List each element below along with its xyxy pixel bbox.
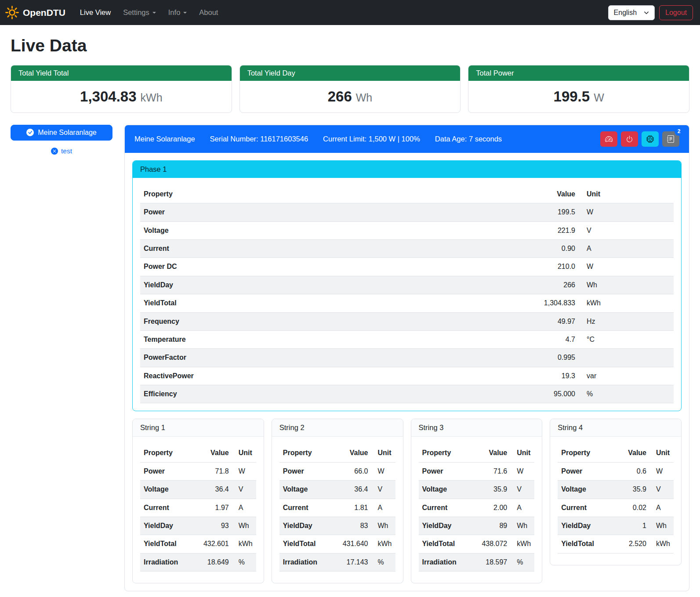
- value-cell: 17.143: [334, 553, 372, 571]
- table-head: Property Value Unit: [419, 444, 535, 462]
- sidebar-item-meine-solaranlage[interactable]: Meine Solaranlage: [11, 125, 112, 141]
- unit-cell: A: [372, 499, 395, 517]
- property-cell: Voltage: [140, 221, 527, 239]
- property-cell: Power: [558, 462, 612, 480]
- inverter-current-limit: Current Limit: 1,500 W | 100%: [323, 135, 420, 143]
- table-row: YieldTotal432.601kWh: [140, 535, 256, 553]
- value-cell: 221.9: [527, 221, 579, 239]
- value-cell: 71.8: [195, 462, 232, 480]
- value-cell: 0.90: [527, 239, 579, 257]
- property-cell: ReactivePower: [140, 367, 527, 385]
- unit-cell: kWh: [650, 535, 674, 553]
- unit-cell: Wh: [372, 517, 395, 535]
- strings-row: String 1 Property Value Unit: [132, 419, 682, 583]
- unit-cell: °C: [579, 330, 674, 348]
- check-circle-icon: [26, 129, 34, 136]
- device-info-button[interactable]: [642, 131, 659, 147]
- col-header-property: Property: [419, 444, 473, 462]
- cpu-icon: [646, 135, 654, 143]
- property-cell: YieldTotal: [140, 294, 527, 312]
- unit-cell: A: [650, 499, 674, 517]
- logout-button[interactable]: Logout: [659, 5, 693, 20]
- unit-cell: V: [650, 481, 674, 499]
- value-cell: 89: [473, 517, 511, 535]
- col-header-property: Property: [558, 444, 612, 462]
- brand-label: OpenDTU: [23, 7, 65, 18]
- value-cell: 83: [334, 517, 372, 535]
- unit-cell: Wh: [650, 517, 674, 535]
- value-cell: 35.9: [473, 481, 511, 499]
- nav-item-about[interactable]: About: [193, 5, 224, 20]
- col-header-value: Value: [527, 185, 579, 203]
- brand-link[interactable]: OpenDTU: [5, 6, 65, 19]
- sidebar-item-test[interactable]: test: [11, 147, 112, 155]
- unit-cell: A: [232, 499, 256, 517]
- table-head: Property Value Unit: [140, 444, 256, 462]
- sidebar-item-label: Meine Solaranlage: [38, 129, 96, 137]
- string-card-header: String 3: [411, 419, 542, 437]
- table-row: Voltage36.4V: [279, 481, 395, 499]
- chevron-down-icon: [183, 12, 187, 14]
- property-cell: YieldTotal: [140, 535, 195, 553]
- unit-cell: kWh: [232, 535, 256, 553]
- sun-logo-icon: [5, 6, 19, 19]
- value-cell: 18.597: [473, 553, 511, 571]
- table-header-row: Property Value Unit: [140, 185, 674, 203]
- card-body: 199.5W: [468, 81, 689, 112]
- string-table: Property Value Unit Power71.6WVoltage35.…: [419, 444, 535, 572]
- unit-cell: %: [372, 553, 395, 571]
- property-cell: Power: [279, 462, 334, 480]
- table-row: Irradiation17.143%: [279, 553, 395, 571]
- unit-cell: %: [511, 553, 534, 571]
- table-header-row: Property Value Unit: [140, 444, 256, 462]
- phase-table: Property Value Unit Power199.5WVoltage22…: [140, 185, 674, 404]
- property-cell: YieldTotal: [279, 535, 334, 553]
- nav-item-settings[interactable]: Settings: [117, 5, 162, 20]
- table-head: Property Value Unit: [558, 444, 674, 462]
- card-header: Total Yield Total: [11, 65, 232, 81]
- value-cell: 431.640: [334, 535, 372, 553]
- string-table: Property Value Unit Power66.0WVoltage36.…: [279, 444, 395, 572]
- power-control-button[interactable]: [621, 131, 638, 147]
- table-body: Power199.5WVoltage221.9VCurrent0.90APowe…: [140, 203, 674, 403]
- table-row: Voltage35.9V: [558, 481, 674, 499]
- nav-item-info[interactable]: Info: [163, 5, 193, 20]
- property-cell: Voltage: [419, 481, 473, 499]
- property-cell: YieldTotal: [558, 535, 612, 553]
- property-cell: Temperature: [140, 330, 527, 348]
- table-header-row: Property Value Unit: [279, 444, 395, 462]
- value-cell: 36.4: [195, 481, 232, 499]
- phase-card-body: Property Value Unit Power199.5WVoltage22…: [133, 178, 681, 411]
- table-header-row: Property Value Unit: [558, 444, 674, 462]
- card-body: 266Wh: [240, 81, 461, 112]
- table-row: Current1.97A: [140, 499, 256, 517]
- value-cell: 1: [612, 517, 650, 535]
- value-cell: 2.520: [612, 535, 650, 553]
- col-header-unit: Unit: [650, 444, 674, 462]
- string-card-body: Property Value Unit Power71.8WVoltage36.…: [133, 437, 264, 583]
- string-card-body: Property Value Unit Power66.0WVoltage36.…: [272, 437, 403, 583]
- table-row: YieldTotal431.640kWh: [279, 535, 395, 553]
- page-container: Live Data Total Yield Total 1,304.83kWh …: [0, 25, 700, 597]
- table-row: Voltage36.4V: [140, 481, 256, 499]
- limit-settings-button[interactable]: [600, 131, 617, 147]
- event-log-button[interactable]: 2: [662, 131, 679, 147]
- table-head: Property Value Unit: [140, 185, 674, 203]
- unit-cell: Wh: [579, 276, 674, 294]
- table-row: Efficiency95.000%: [140, 385, 674, 403]
- string-card-body: Property Value Unit Power0.6WVoltage35.9…: [550, 437, 681, 564]
- language-select[interactable]: English: [608, 5, 655, 20]
- col-header-value: Value: [195, 444, 232, 462]
- nav-item-label: Info: [168, 8, 181, 17]
- value-cell: 0.995: [527, 349, 579, 367]
- unit-cell: A: [511, 499, 534, 517]
- nav-item-label: Settings: [123, 8, 149, 17]
- string-card-header: String 4: [550, 419, 681, 437]
- inverter-name: Meine Solaranlage: [134, 135, 195, 143]
- navbar-right: English Logout: [608, 5, 693, 20]
- nav-item-live-view[interactable]: Live View: [74, 5, 116, 20]
- card-header: Total Power: [468, 65, 689, 81]
- table-row: Current0.90A: [140, 239, 674, 257]
- sidebar-item-label: test: [61, 147, 72, 155]
- col-header-property: Property: [140, 185, 527, 203]
